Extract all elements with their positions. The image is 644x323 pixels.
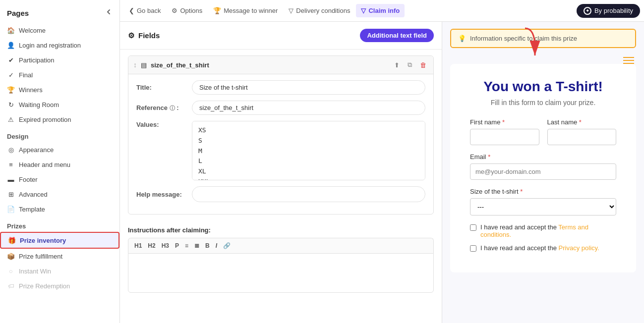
sidebar-item-prize-fulfillment[interactable]: 📦 Prize fulfillment [0, 249, 119, 264]
by-probability-button[interactable]: ✦ By probability [577, 4, 640, 18]
probability-icon: ✦ [584, 7, 591, 15]
message-to-winner-button[interactable]: 🏆 Message to winner [208, 4, 283, 17]
hamburger-menu[interactable] [623, 57, 634, 64]
terms-checkbox-row: I have read and accept the Terms and con… [470, 223, 616, 238]
refresh-icon: ↻ [7, 101, 15, 108]
sidebar-item-welcome[interactable]: 🏠 Welcome [0, 23, 119, 38]
gear-icon: ⚙ [128, 31, 134, 40]
required-star: * [520, 188, 523, 195]
privacy-checkbox-row: I have read and accept the Privacy polic… [470, 244, 616, 252]
reference-info-icon: ⓘ [170, 105, 175, 111]
reference-input[interactable] [192, 101, 425, 115]
options-button[interactable]: ⚙ Options [167, 4, 207, 17]
sidebar-item-appearance[interactable]: ◎ Appearance [0, 142, 119, 157]
additional-field-button[interactable]: Additional text field [360, 29, 434, 42]
go-back-icon: ❮ [129, 7, 134, 14]
hamburger-line [623, 60, 634, 61]
last-name-label: Last name * [547, 118, 617, 126]
sidebar-title: Pages [7, 9, 29, 17]
editor-area[interactable] [128, 253, 434, 293]
sidebar-item-instant-win[interactable]: ○ Instant Win [0, 264, 119, 278]
sidebar-item-prize-inventory[interactable]: 🎁 Prize inventory [0, 232, 119, 249]
options-icon: ⚙ [172, 7, 177, 14]
redemption-icon: 🏷 [7, 282, 15, 290]
sidebar-item-footer[interactable]: ▬ Footer [0, 172, 119, 187]
delivery-icon: ▽ [289, 7, 293, 14]
sidebar-collapse-button[interactable] [105, 8, 113, 18]
fields-header: ⚙ Fields Additional text field [120, 22, 442, 50]
house-icon: 🏠 [7, 26, 15, 34]
bold-button[interactable]: B [203, 241, 212, 250]
left-panel: ⚙ Fields Additional text field ↕ ▤ size_… [120, 22, 442, 323]
field-delete-button[interactable]: 🗑 [418, 60, 428, 70]
ol-button[interactable]: ≣ [192, 241, 201, 250]
sidebar-header: Pages [0, 0, 119, 23]
size-select[interactable]: --- XS S M L XL XXL [470, 198, 616, 215]
ul-button[interactable]: ≡ [183, 241, 190, 250]
sidebar-item-participation[interactable]: ✔ Participation [0, 53, 119, 67]
info-banner: 💡 Information specific to claim this pri… [450, 29, 636, 48]
content-area: ⚙ Fields Additional text field ↕ ▤ size_… [120, 22, 644, 323]
title-input[interactable] [192, 80, 425, 95]
privacy-text: I have read and accept the Privacy polic… [480, 244, 599, 252]
drag-handle[interactable]: ↕ [133, 61, 137, 69]
sidebar-item-waiting-room[interactable]: ↻ Waiting Room [0, 97, 119, 112]
first-name-group: First name * [470, 118, 539, 145]
h1-button[interactable]: H1 [132, 241, 144, 250]
box-icon: 📦 [7, 252, 15, 260]
first-name-input[interactable] [470, 129, 539, 145]
values-field-row: Values: XS S M L XL XXL [136, 121, 425, 180]
sidebar-item-template[interactable]: 📄 Template [0, 202, 119, 216]
terms-text: I have read and accept the Terms and con… [480, 223, 616, 238]
prizes-section-title: Prizes [0, 216, 119, 232]
hamburger-line [623, 57, 634, 58]
prize-subtitle: Fill in this form to claim your prize. [470, 99, 616, 107]
link-button[interactable]: 🔗 [221, 241, 233, 250]
claim-info-button[interactable]: ▽ Claim info [356, 4, 405, 17]
h3-button[interactable]: H3 [160, 241, 171, 250]
last-name-input[interactable] [547, 129, 617, 145]
sidebar-item-prize-redemption[interactable]: 🏷 Prize Redemption [0, 278, 119, 293]
sidebar-item-expired[interactable]: ⚠ Expired promotion [0, 112, 119, 127]
p-button[interactable]: P [173, 241, 181, 250]
required-star: * [488, 153, 490, 161]
editor-toolbar: H1 H2 H3 P ≡ ≣ B I 🔗 [128, 238, 434, 253]
prize-title: You won a T-shirt! [470, 79, 616, 95]
preview-header [442, 53, 644, 64]
privacy-link[interactable]: Privacy policy. [559, 244, 599, 252]
email-input[interactable] [470, 163, 616, 180]
design-section-title: Design [0, 127, 119, 142]
terms-checkbox[interactable] [470, 224, 476, 231]
field-card: ↕ ▤ size_of_the_t_shirt ⬆ ⧉ 🗑 Title: Ref… [128, 55, 434, 215]
privacy-checkbox[interactable] [470, 245, 476, 252]
sidebar-item-winners[interactable]: 🏆 Winners [0, 82, 119, 97]
chevron-left-icon [105, 8, 113, 16]
delivery-conditions-button[interactable]: ▽ Delivery conditions [284, 4, 355, 17]
hamburger-line [623, 63, 634, 64]
topnav: ❮ Go back ⚙ Options 🏆 Message to winner … [120, 0, 644, 22]
fields-title: ⚙ Fields [128, 31, 160, 40]
sidebar: Pages 🏠 Welcome 👤 Login and registration… [0, 0, 120, 323]
user-icon: 👤 [7, 41, 15, 49]
trophy-icon: 🏆 [7, 86, 15, 94]
reference-field-row: Reference ⓘ : [136, 101, 425, 115]
field-copy-button[interactable]: ⧉ [406, 60, 414, 70]
email-group: Email * [470, 153, 616, 180]
sidebar-item-login[interactable]: 👤 Login and registration [0, 38, 119, 53]
go-back-button[interactable]: ❮ Go back [124, 4, 166, 17]
message-icon: 🏆 [213, 7, 221, 14]
instant-win-icon: ○ [7, 267, 15, 275]
size-label: Size of the t-shirt * [470, 188, 616, 195]
sidebar-item-final[interactable]: ✓ Final [0, 67, 119, 82]
h2-button[interactable]: H2 [146, 241, 157, 250]
italic-button[interactable]: I [214, 241, 219, 250]
sidebar-item-header-menu[interactable]: ≡ Header and menu [0, 157, 119, 172]
field-image-button[interactable]: ⬆ [392, 60, 402, 70]
header-icon: ≡ [7, 161, 15, 168]
last-name-group: Last name * [547, 118, 617, 145]
main-area: ❮ Go back ⚙ Options 🏆 Message to winner … [120, 0, 644, 323]
help-input[interactable] [192, 186, 425, 202]
final-icon: ✓ [7, 71, 15, 79]
sidebar-item-advanced[interactable]: ⊞ Advanced [0, 187, 119, 202]
values-textarea[interactable]: XS S M L XL XXL [192, 121, 425, 180]
